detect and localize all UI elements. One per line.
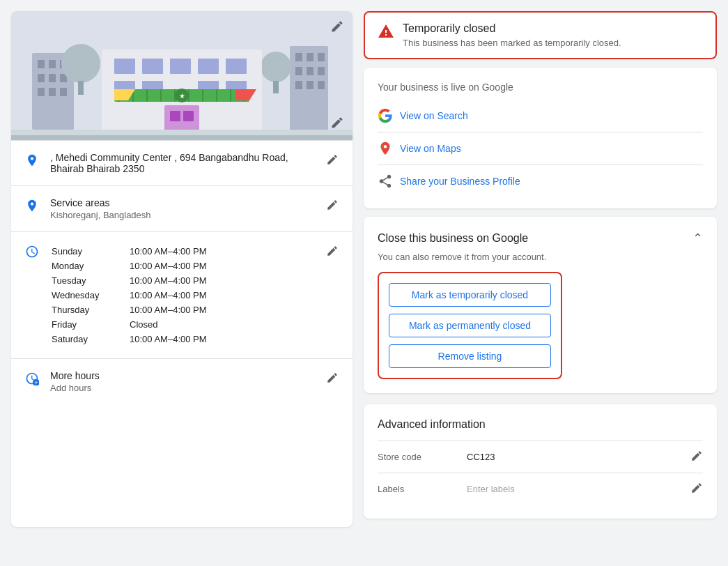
svg-text:★: ★ (179, 92, 185, 100)
advanced-section-title: Advanced information (378, 418, 703, 431)
svg-rect-18 (295, 81, 302, 89)
mark-temporarily-closed-button[interactable]: Mark as temporarily closed (389, 283, 551, 307)
svg-rect-14 (318, 53, 325, 61)
hours-row-sunday: Sunday10:00 AM–4:00 PM (52, 245, 313, 258)
labels-label: Labels (378, 484, 461, 494)
svg-rect-48 (183, 111, 194, 121)
address-content: , Mehedi Community Center , 694 Bangaban… (50, 152, 315, 174)
svg-point-21 (61, 44, 100, 83)
hours-day: Thursday (52, 303, 128, 316)
svg-rect-15 (295, 67, 302, 75)
view-on-search-label: View on Search (400, 110, 468, 121)
address-row: , Mehedi Community Center , 694 Bangaban… (11, 140, 353, 185)
labels-edit-button[interactable] (690, 482, 703, 496)
temporarily-closed-alert: Temporarily closed This business has bee… (364, 11, 717, 59)
svg-rect-8 (38, 88, 45, 96)
alert-description: This business has been marked as tempora… (403, 38, 621, 48)
hours-content: Sunday10:00 AM–4:00 PMMonday10:00 AM–4:0… (50, 243, 315, 347)
svg-rect-28 (170, 59, 191, 74)
labels-value: Enter labels (467, 484, 685, 494)
svg-rect-3 (49, 60, 56, 68)
svg-rect-47 (170, 111, 180, 121)
service-areas-content: Service areas Kishoreganj, Bangladesh (50, 197, 315, 220)
store-code-label: Store code (378, 452, 461, 462)
hours-row-tuesday: Tuesday10:00 AM–4:00 PM (52, 274, 313, 287)
advanced-information-card: Advanced information Store code CC123 La… (364, 404, 717, 519)
hours-time: 10:00 AM–4:00 PM (130, 245, 313, 258)
svg-point-23 (261, 52, 291, 82)
svg-rect-13 (307, 53, 313, 61)
svg-rect-19 (307, 81, 313, 89)
view-on-search-link[interactable]: View on Search (378, 102, 703, 129)
hours-row: Sunday10:00 AM–4:00 PMMonday10:00 AM–4:0… (11, 231, 353, 358)
svg-rect-2 (38, 60, 45, 68)
svg-rect-26 (114, 59, 135, 74)
svg-text:+: + (34, 379, 38, 385)
hours-time: 10:00 AM–4:00 PM (130, 259, 313, 273)
svg-rect-20 (318, 81, 325, 89)
more-hours-content: More hours Add hours (50, 370, 315, 393)
svg-point-55 (31, 203, 33, 205)
mark-permanently-closed-button[interactable]: Mark as permanently closed (389, 314, 551, 337)
business-image-area: ★ (11, 11, 353, 140)
hours-row-wednesday: Wednesday10:00 AM–4:00 PM (52, 289, 313, 302)
hours-time: 10:00 AM–4:00 PM (130, 332, 313, 346)
address-edit-button[interactable] (326, 153, 339, 168)
left-panel: ★ , Mehedi Community Center , 694 Bangab… (11, 11, 353, 527)
more-hours-sub: Add hours (50, 383, 315, 393)
edit-photo-bottom-button[interactable] (330, 116, 344, 132)
hours-time: 10:00 AM–4:00 PM (130, 289, 313, 302)
hours-day: Tuesday (52, 274, 128, 287)
edit-photo-top-button[interactable] (330, 20, 344, 36)
address-icon (25, 153, 39, 169)
alert-triangle-icon (378, 23, 394, 43)
svg-rect-22 (78, 81, 84, 95)
labels-row: Labels Enter labels (378, 473, 703, 505)
remove-listing-button[interactable]: Remove listing (389, 344, 551, 368)
hours-row-thursday: Thursday10:00 AM–4:00 PM (52, 303, 313, 316)
svg-rect-10 (60, 88, 67, 96)
svg-rect-9 (49, 88, 56, 96)
live-section-title: Your business is live on Google (378, 82, 703, 93)
svg-rect-12 (295, 53, 302, 61)
store-code-edit-button[interactable] (690, 450, 703, 464)
more-hours-row[interactable]: + More hours Add hours (11, 358, 353, 404)
service-areas-edit-button[interactable] (326, 199, 339, 213)
hours-edit-button[interactable] (326, 245, 339, 259)
hours-day: Monday (52, 259, 128, 273)
svg-rect-54 (11, 135, 353, 140)
service-areas-label: Service areas (50, 197, 315, 208)
close-section-description: You can also remove it from your account… (378, 252, 703, 262)
view-on-maps-link[interactable]: View on Maps (378, 135, 703, 162)
close-section-title: Close this business on Google (378, 232, 528, 245)
hours-row-saturday: Saturday10:00 AM–4:00 PM (52, 332, 313, 346)
hours-row-friday: FridayClosed (52, 318, 313, 331)
hours-day: Sunday (52, 245, 128, 258)
alert-text-content: Temporarily closed This business has bee… (403, 22, 621, 48)
divider-2 (378, 165, 703, 165)
hours-day: Saturday (52, 332, 128, 346)
right-panel: Temporarily closed This business has bee… (364, 11, 717, 527)
hours-day: Wednesday (52, 289, 128, 302)
hours-table: Sunday10:00 AM–4:00 PMMonday10:00 AM–4:0… (50, 243, 315, 347)
share-profile-label: Share your Business Profile (400, 176, 520, 187)
more-hours-icon: + (25, 372, 39, 388)
more-hours-edit-button[interactable] (326, 372, 339, 386)
hours-day: Friday (52, 318, 128, 331)
store-code-value: CC123 (467, 452, 685, 462)
svg-rect-17 (318, 67, 325, 75)
svg-rect-29 (198, 59, 219, 74)
close-buttons-box: Mark as temporarily closed Mark as perma… (378, 272, 562, 379)
hours-time: Closed (130, 318, 313, 331)
share-profile-link[interactable]: Share your Business Profile (378, 168, 703, 194)
live-on-google-card: Your business is live on Google View on … (364, 68, 717, 208)
address-text: , Mehedi Community Center , 694 Bangaban… (50, 152, 288, 174)
svg-rect-30 (226, 59, 247, 74)
alert-title: Temporarily closed (403, 22, 621, 35)
service-areas-value: Kishoreganj, Bangladesh (50, 210, 315, 220)
chevron-up-icon[interactable]: ⌃ (692, 231, 703, 246)
view-on-maps-label: View on Maps (400, 143, 461, 154)
svg-rect-6 (49, 74, 56, 82)
divider-1 (378, 132, 703, 132)
more-hours-label: More hours (50, 370, 315, 381)
